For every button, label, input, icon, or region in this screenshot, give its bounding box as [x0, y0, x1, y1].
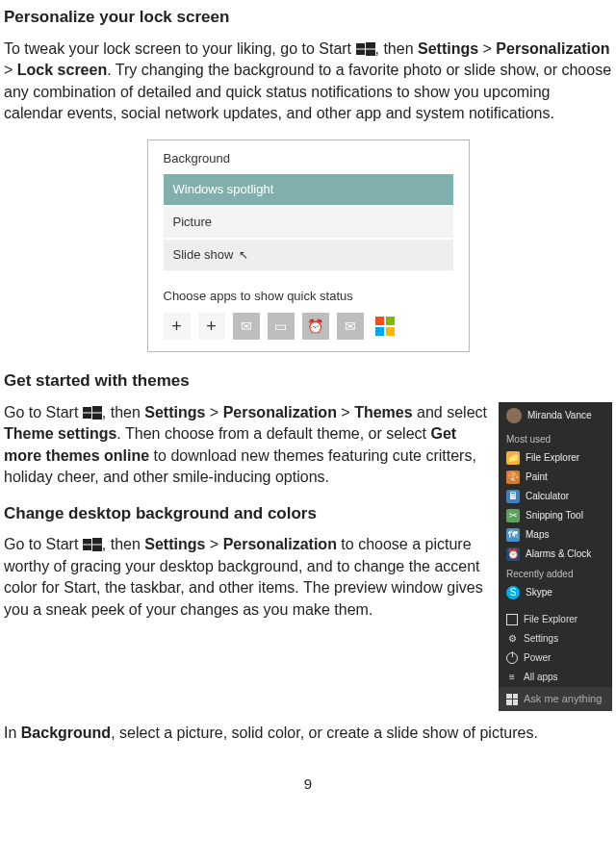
- microsoft-icon: [372, 313, 398, 340]
- para-lock-screen: To tweak your lock screen to your liking…: [4, 38, 612, 125]
- bold-personalization: Personalization: [223, 536, 337, 552]
- start-menu-figure: Miranda Vance Most used 📁File Explorer 🎨…: [499, 402, 612, 711]
- start-item-snipping: ✂Snipping Tool: [499, 506, 612, 525]
- text: , then: [102, 404, 144, 420]
- heading-lock-screen: Personalize your lock screen: [4, 6, 612, 29]
- svg-rect-2: [356, 49, 365, 55]
- start-item-alarms: ⏰Alarms & Clock: [499, 545, 612, 564]
- start-icon: [83, 538, 102, 551]
- text: Go to Start: [4, 536, 83, 552]
- background-label: Background: [164, 150, 453, 167]
- skype-icon: S: [506, 586, 520, 599]
- gear-icon: ⚙: [506, 633, 518, 645]
- text: Go to Start: [4, 404, 83, 420]
- text: To tweak your lock screen to your liking…: [4, 40, 356, 57]
- mail-icon: ✉: [337, 313, 364, 340]
- label: All apps: [524, 671, 558, 684]
- text: >: [337, 404, 354, 420]
- svg-rect-10: [83, 546, 91, 551]
- windows-icon: [506, 694, 518, 705]
- bold-settings: Settings: [418, 40, 478, 57]
- start-item-file-explorer: 📁File Explorer: [499, 448, 612, 468]
- start-item-calculator: 🖩Calculator: [499, 487, 612, 506]
- text: >: [4, 62, 17, 78]
- heading-background-colors: Change desktop background and colors: [4, 502, 487, 525]
- svg-rect-11: [92, 546, 102, 552]
- cursor-icon: ↖: [239, 247, 248, 264]
- most-used-header: Most used: [499, 429, 612, 448]
- text: and select: [413, 404, 487, 420]
- search-placeholder: Ask me anything: [524, 692, 602, 706]
- bold-background: Background: [21, 725, 111, 741]
- bold-lock-screen: Lock screen: [17, 62, 107, 78]
- svg-rect-8: [83, 539, 91, 545]
- bold-personalization: Personalization: [496, 40, 609, 57]
- text: In: [4, 725, 21, 741]
- start-search: Ask me anything: [499, 687, 612, 711]
- label: Settings: [524, 632, 558, 646]
- maps-icon: 🗺: [506, 528, 520, 542]
- file-explorer-icon: 📁: [506, 451, 520, 465]
- label: File Explorer: [524, 613, 578, 626]
- power-icon: [506, 652, 518, 664]
- text: . Then choose from a default theme, or s…: [116, 425, 430, 442]
- heading-themes: Get started with themes: [4, 369, 612, 393]
- text: >: [205, 404, 222, 420]
- start-item-all-apps: ≡All apps: [499, 668, 612, 687]
- label: Skype: [526, 586, 552, 599]
- label: File Explorer: [526, 451, 579, 465]
- start-icon: [83, 406, 102, 420]
- snipping-icon: ✂: [506, 509, 520, 522]
- option-windows-spotlight: Windows spotlight: [164, 174, 453, 205]
- start-item-file-explorer-lower: File Explorer: [499, 610, 612, 629]
- alarm-icon: ⏰: [302, 313, 329, 340]
- svg-rect-7: [92, 414, 102, 420]
- quick-status-apps: + + ✉ ▭ ⏰ ✉: [164, 313, 453, 340]
- bold-settings: Settings: [144, 404, 205, 420]
- bold-settings: Settings: [144, 536, 205, 552]
- label: Alarms & Clock: [526, 547, 591, 561]
- label: Maps: [526, 528, 549, 542]
- all-apps-icon: ≡: [506, 672, 518, 683]
- text: , select a picture, solid color, or crea…: [111, 725, 538, 741]
- option-slide-show: Slide show ↖: [164, 240, 453, 270]
- add-app-icon: +: [164, 313, 191, 340]
- bold-themes: Themes: [354, 404, 412, 420]
- label: Snipping Tool: [526, 509, 583, 522]
- bold-personalization: Personalization: [223, 404, 337, 420]
- svg-rect-0: [356, 43, 365, 49]
- option-slide-show-label: Slide show: [173, 246, 234, 264]
- file-explorer-icon: [506, 614, 518, 625]
- add-app-icon: +: [198, 313, 225, 340]
- para-background-colors: Go to Start , then Settings > Personaliz…: [4, 534, 487, 621]
- label: Paint: [526, 471, 548, 484]
- svg-rect-1: [366, 42, 375, 49]
- start-item-settings: ⚙Settings: [499, 629, 612, 649]
- label: Calculator: [526, 490, 569, 503]
- alarm-icon: ⏰: [506, 547, 520, 561]
- page-number: 9: [4, 774, 612, 794]
- svg-rect-6: [83, 414, 91, 420]
- avatar: [506, 408, 522, 423]
- para-background-select: In Background, select a picture, solid c…: [4, 723, 612, 744]
- user-name: Miranda Vance: [527, 409, 592, 422]
- quick-status-label: Choose apps to show quick status: [164, 288, 453, 305]
- svg-rect-9: [92, 538, 102, 545]
- start-menu-user: Miranda Vance: [499, 402, 612, 429]
- text: , then: [102, 536, 144, 552]
- option-picture: Picture: [164, 207, 453, 238]
- text: , then: [375, 40, 418, 57]
- svg-rect-3: [366, 49, 375, 56]
- svg-rect-5: [92, 406, 102, 413]
- start-item-power: Power: [499, 649, 612, 668]
- text: >: [205, 536, 222, 552]
- start-item-maps: 🗺Maps: [499, 525, 612, 545]
- start-icon: [356, 42, 375, 56]
- app-icon: ▭: [268, 313, 295, 340]
- para-themes: Go to Start , then Settings > Personaliz…: [4, 402, 487, 489]
- label: Power: [524, 651, 551, 665]
- start-lower-section: File Explorer ⚙Settings Power ≡All apps: [499, 608, 612, 687]
- lock-screen-figure: Background Windows spotlight Picture Sli…: [147, 140, 470, 352]
- paint-icon: 🎨: [506, 471, 520, 484]
- calculator-icon: 🖩: [506, 490, 520, 503]
